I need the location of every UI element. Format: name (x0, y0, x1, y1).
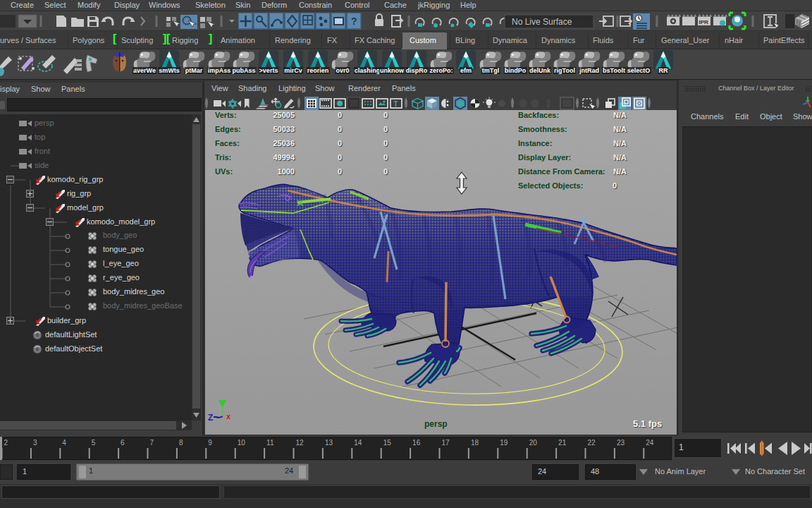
svg-text:23: 23 (617, 439, 625, 447)
svg-text:24: 24 (646, 439, 654, 447)
svg-text:2: 2 (4, 439, 8, 447)
svg-text:Z: Z (208, 413, 213, 423)
svg-text:5: 5 (92, 439, 96, 447)
svg-text:9: 9 (208, 439, 212, 447)
svg-text:x: x (226, 412, 231, 421)
svg-text:11: 11 (266, 439, 274, 447)
svg-text:12: 12 (296, 439, 304, 447)
svg-text:16: 16 (412, 439, 421, 447)
svg-text:19: 19 (500, 439, 508, 447)
svg-text:18: 18 (471, 439, 479, 447)
svg-text:T: T (394, 100, 398, 108)
svg-text:10: 10 (238, 439, 246, 447)
svg-text:4: 4 (62, 439, 66, 447)
svg-text:22: 22 (588, 439, 596, 447)
svg-text:14: 14 (354, 439, 362, 447)
svg-text:15: 15 (383, 439, 392, 447)
svg-text:13: 13 (325, 439, 333, 447)
svg-text:8: 8 (179, 439, 183, 447)
svg-text:20: 20 (529, 439, 538, 447)
svg-text:21: 21 (558, 439, 567, 447)
svg-text:17: 17 (442, 439, 450, 447)
svg-text:7: 7 (150, 439, 154, 447)
svg-text:3: 3 (33, 439, 37, 447)
svg-text:6: 6 (121, 439, 125, 447)
